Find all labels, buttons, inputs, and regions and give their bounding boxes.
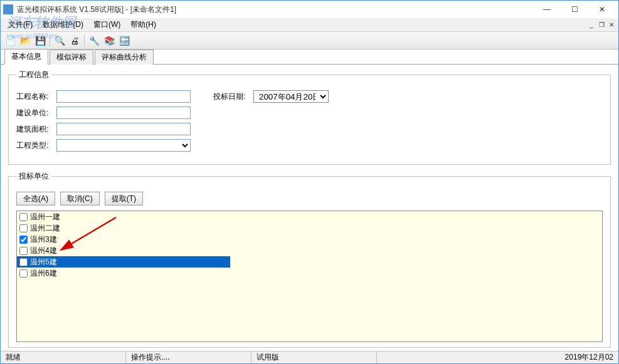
minimize-button[interactable]: —: [533, 1, 561, 18]
status-edition: 试用版: [251, 351, 377, 363]
print-icon[interactable]: 🖨: [68, 34, 82, 48]
label-build-unit: 建设单位:: [16, 108, 56, 118]
open-file-icon[interactable]: 📂: [18, 34, 32, 48]
build-area-input[interactable]: [56, 123, 191, 135]
list-item-label: 温州二建: [30, 223, 60, 234]
mdi-minimize-icon[interactable]: _: [587, 21, 596, 29]
list-item-label: 温州4建: [30, 246, 57, 256]
list-item-checkbox[interactable]: [19, 269, 28, 278]
window-title: 蓝光模拟评标系统 V1.58试用版] - [未命名文件1]: [17, 4, 533, 15]
tab-content: 工程信息 工程名称: 投标日期: 2007年04月20日 建设单位: 建筑面积:…: [1, 65, 618, 359]
list-item[interactable]: 温州3建: [17, 234, 602, 245]
project-info-group: 工程信息 工程名称: 投标日期: 2007年04月20日 建设单位: 建筑面积:…: [8, 70, 611, 165]
menu-file[interactable]: 文件(F): [3, 18, 38, 31]
label-proj-type: 工程类型:: [16, 140, 56, 151]
tab-simulate[interactable]: 模似评标: [50, 49, 93, 65]
list-item-checkbox[interactable]: [19, 247, 28, 255]
list-item-label: 温州一建: [30, 212, 60, 222]
build-unit-input[interactable]: [56, 107, 191, 119]
save-icon[interactable]: 💾: [33, 34, 47, 48]
statusbar: 就绪 操作提示.... 试用版 2019年12月02: [1, 351, 618, 363]
label-project-name: 工程名称:: [16, 91, 56, 102]
new-file-icon[interactable]: 📄: [3, 34, 17, 48]
toolbar-separator: [84, 34, 85, 47]
titlebar: 蓝光模拟评标系统 V1.58试用版] - [未命名文件1] — ☐ ✕: [1, 1, 618, 18]
status-hint: 操作提示....: [126, 351, 251, 363]
app-icon: [3, 4, 13, 14]
cancel-button[interactable]: 取消(C): [60, 192, 100, 205]
mdi-restore-icon[interactable]: ❐: [597, 21, 606, 29]
tool-icon[interactable]: 🔧: [87, 34, 101, 48]
list-item-label: 温州5建: [30, 257, 57, 268]
list-item[interactable]: 温州5建: [17, 256, 230, 268]
list-item-checkbox[interactable]: [19, 236, 28, 244]
menu-window[interactable]: 窗口(W): [88, 18, 125, 31]
preview-icon[interactable]: 🔍: [53, 34, 66, 48]
list-item-checkbox[interactable]: [19, 213, 28, 221]
mdi-close-icon[interactable]: ✕: [607, 21, 616, 29]
toolbar: 📄 📂 💾 🔍 🖨 🔧 📚 🔙: [1, 32, 618, 49]
extract-button[interactable]: 提取(T): [105, 192, 143, 205]
list-item[interactable]: 温州4建: [17, 245, 602, 256]
exit-icon[interactable]: 🔙: [117, 34, 131, 48]
list-item[interactable]: 温州6建: [17, 268, 602, 279]
status-date: 2019年12月02: [377, 351, 618, 363]
tab-strip: 基本信息 模似评标 评标曲线分析: [1, 49, 618, 65]
maximize-button[interactable]: ☐: [561, 1, 588, 18]
tab-basic-info[interactable]: 基本信息: [4, 49, 48, 65]
menu-data[interactable]: 数据维护(D): [38, 18, 88, 31]
bid-units-group: 投标单位 全选(A) 取消(C) 提取(T) 温州一建 温州二建 温州3建 温州…: [8, 171, 611, 348]
proj-type-select[interactable]: [56, 139, 191, 152]
project-info-legend: 工程信息: [16, 70, 51, 80]
bid-date-select[interactable]: 2007年04月20日: [253, 90, 329, 103]
list-item-label: 温州3建: [30, 234, 57, 245]
label-bid-date: 投标日期:: [213, 91, 253, 102]
label-build-area: 建筑面积:: [16, 124, 56, 135]
toolbar-separator: [50, 34, 50, 47]
status-ready: 就绪: [1, 351, 126, 363]
project-name-input[interactable]: [56, 90, 191, 103]
menu-help[interactable]: 帮助(H): [125, 18, 161, 31]
list-item-checkbox[interactable]: [19, 258, 28, 266]
tab-curve[interactable]: 评标曲线分析: [95, 49, 154, 65]
list-item[interactable]: 温州一建: [17, 211, 602, 222]
bid-units-legend: 投标单位: [16, 171, 51, 182]
books-icon[interactable]: 📚: [102, 34, 116, 48]
bid-units-listbox[interactable]: 温州一建 温州二建 温州3建 温州4建 温州5建 温州6建: [16, 211, 603, 342]
menubar: 文件(F) 数据维护(D) 窗口(W) 帮助(H) _ ❐ ✕: [1, 18, 618, 32]
list-item-label: 温州6建: [30, 268, 57, 279]
list-item-checkbox[interactable]: [19, 224, 28, 232]
list-item[interactable]: 温州二建: [17, 222, 602, 234]
close-button[interactable]: ✕: [588, 1, 616, 18]
select-all-button[interactable]: 全选(A): [16, 192, 55, 205]
